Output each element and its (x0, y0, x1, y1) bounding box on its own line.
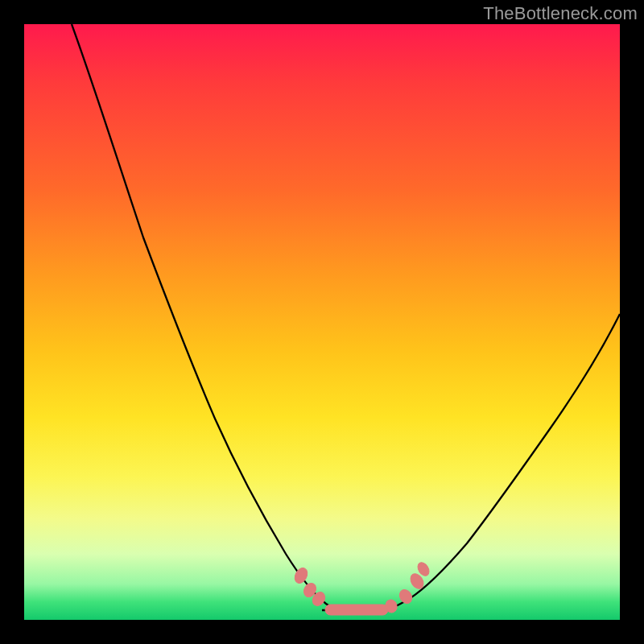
right-curve (370, 314, 620, 613)
chart-frame: TheBottleneck.com (0, 0, 644, 644)
chart-svg (24, 24, 620, 620)
svg-rect-3 (325, 605, 388, 615)
svg-point-5 (397, 588, 414, 606)
left-curve (72, 24, 346, 613)
valley-dots (292, 560, 431, 615)
attribution-watermark: TheBottleneck.com (483, 3, 638, 24)
plot-area (24, 24, 620, 620)
